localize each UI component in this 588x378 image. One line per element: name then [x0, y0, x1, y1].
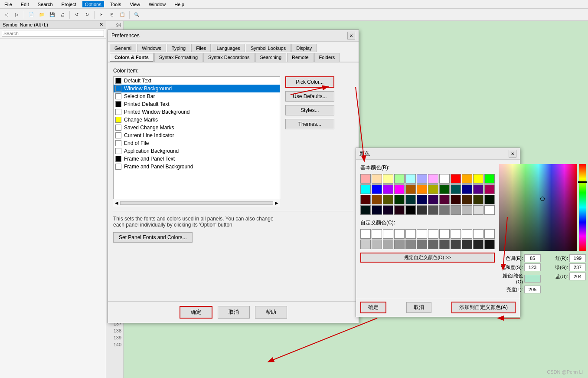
hue-slider[interactable] [579, 164, 586, 251]
menu-search[interactable]: Search [35, 1, 56, 7]
basic-color-cell[interactable] [484, 195, 495, 204]
blue-input[interactable] [569, 273, 586, 280]
basic-color-cell[interactable] [394, 205, 405, 215]
color-list-item[interactable]: Default Text [114, 77, 280, 85]
basic-color-cell[interactable] [394, 184, 405, 194]
basic-color-cell[interactable] [417, 205, 427, 215]
basic-color-cell[interactable] [372, 205, 382, 215]
custom-color-cell[interactable] [417, 240, 427, 249]
pref-tab-colors_fonts[interactable]: Colors & Fonts [110, 53, 154, 62]
custom-color-cell[interactable] [428, 240, 438, 249]
color-dialog-cancel-button[interactable]: 取消 [406, 302, 431, 313]
scroll-right[interactable]: ▶ [275, 201, 278, 205]
toolbar-btn-6[interactable]: 🖨 [58, 10, 67, 20]
pref-tab-languages[interactable]: Languages [212, 44, 245, 52]
add-to-custom-button[interactable]: 添加到自定义颜色(A) [451, 302, 516, 313]
basic-color-cell[interactable] [417, 184, 427, 194]
set-panel-fonts-colors-button[interactable]: Set Panel Fonts and Colors... [113, 232, 193, 243]
pick-color-button[interactable]: Pick Color... [285, 76, 334, 88]
basic-color-cell[interactable] [405, 205, 416, 215]
hue-input[interactable] [524, 254, 541, 262]
pref-close-button[interactable]: ✕ [347, 32, 355, 39]
basic-color-cell[interactable] [462, 174, 472, 184]
custom-color-cell[interactable] [360, 240, 371, 249]
custom-color-cell[interactable] [383, 229, 393, 239]
basic-color-cell[interactable] [372, 195, 382, 204]
pref-tab-remote[interactable]: Remote [287, 53, 314, 62]
color-list-item[interactable]: Frame and Panel Background [114, 163, 280, 171]
custom-color-cell[interactable] [428, 229, 438, 239]
menu-project[interactable]: Project [59, 1, 79, 7]
custom-color-cell[interactable] [372, 229, 382, 239]
toolbar-btn-3[interactable]: 📄 [26, 10, 36, 20]
basic-color-cell[interactable] [360, 205, 371, 215]
red-input[interactable] [569, 254, 586, 262]
pref-tab-searching[interactable]: Searching [255, 53, 287, 62]
basic-color-cell[interactable] [405, 174, 416, 184]
custom-color-cell[interactable] [451, 240, 461, 249]
pref-ok-button[interactable]: 确定 [180, 306, 212, 319]
basic-color-cell[interactable] [439, 195, 450, 204]
pref-tab-typing[interactable]: Typing [167, 44, 190, 52]
menu-file[interactable]: File [2, 1, 15, 7]
basic-color-cell[interactable] [439, 205, 450, 215]
custom-color-cell[interactable] [394, 229, 405, 239]
custom-color-cell[interactable] [405, 229, 416, 239]
menu-view[interactable]: View [127, 1, 143, 7]
basic-color-cell[interactable] [484, 205, 495, 215]
pref-tab-display[interactable]: Display [291, 44, 317, 52]
toolbar-btn-undo[interactable]: ↺ [72, 10, 82, 20]
custom-color-cell[interactable] [383, 240, 393, 249]
color-list-item[interactable]: Saved Change Marks [114, 124, 280, 131]
color-dialog-ok-button[interactable]: 确定 [360, 302, 386, 313]
custom-color-cell[interactable] [439, 229, 450, 239]
basic-color-cell[interactable] [360, 195, 371, 204]
basic-color-cell[interactable] [394, 174, 405, 184]
color-list-item[interactable]: Application Background [114, 147, 280, 155]
pref-tab-general[interactable]: General [110, 44, 136, 52]
basic-color-cell[interactable] [428, 195, 438, 204]
basic-color-cell[interactable] [462, 205, 472, 215]
pref-tab-windows[interactable]: Windows [137, 44, 166, 52]
basic-color-cell[interactable] [383, 184, 393, 194]
basic-color-cell[interactable] [473, 174, 483, 184]
toolbar-btn-4[interactable]: 📁 [37, 10, 46, 20]
custom-color-cell[interactable] [372, 240, 382, 249]
basic-color-cell[interactable] [484, 184, 495, 194]
basic-color-cell[interactable] [405, 184, 416, 194]
pref-cancel-button[interactable]: 取消 [218, 306, 250, 319]
pref-tab-syntax_decorations[interactable]: Syntax Decorations [203, 53, 254, 62]
toolbar-btn-find[interactable]: 🔍 [132, 10, 141, 20]
basic-color-cell[interactable] [484, 174, 495, 184]
green-input[interactable] [569, 263, 586, 271]
basic-color-cell[interactable] [462, 195, 472, 204]
basic-color-cell[interactable] [439, 184, 450, 194]
luminance-input[interactable] [524, 286, 541, 293]
custom-color-cell[interactable] [473, 229, 483, 239]
basic-color-cell[interactable] [417, 195, 427, 204]
toolbar-btn-1[interactable]: ◁ [2, 10, 11, 20]
color-list[interactable]: Default TextWindow BackgroundSelection B… [113, 76, 280, 207]
basic-color-cell[interactable] [451, 184, 461, 194]
left-panel-close[interactable]: ✕ [99, 22, 103, 27]
custom-color-cell[interactable] [360, 229, 371, 239]
use-defaults-button[interactable]: Use Defaults... [285, 91, 334, 102]
color-spectrum-area[interactable] [499, 164, 577, 251]
custom-color-cell[interactable] [405, 240, 416, 249]
custom-color-cell[interactable] [484, 240, 495, 249]
pref-tab-symbol_lookups[interactable]: Symbol Lookups [246, 44, 291, 52]
basic-color-cell[interactable] [383, 195, 393, 204]
basic-color-cell[interactable] [473, 184, 483, 194]
menu-window[interactable]: Window [146, 1, 168, 7]
basic-color-cell[interactable] [473, 195, 483, 204]
custom-color-cell[interactable] [462, 229, 472, 239]
basic-color-cell[interactable] [360, 174, 371, 184]
basic-color-cell[interactable] [372, 184, 382, 194]
color-list-item[interactable]: Frame and Panel Text [114, 155, 280, 163]
custom-color-cell[interactable] [439, 240, 450, 249]
color-list-item[interactable]: Current Line Indicator [114, 131, 280, 139]
menu-edit[interactable]: Edit [18, 1, 32, 7]
toolbar-btn-redo[interactable]: ↻ [82, 10, 92, 20]
themes-button[interactable]: Themes... [285, 119, 334, 129]
menu-tools[interactable]: Tools [108, 1, 124, 7]
